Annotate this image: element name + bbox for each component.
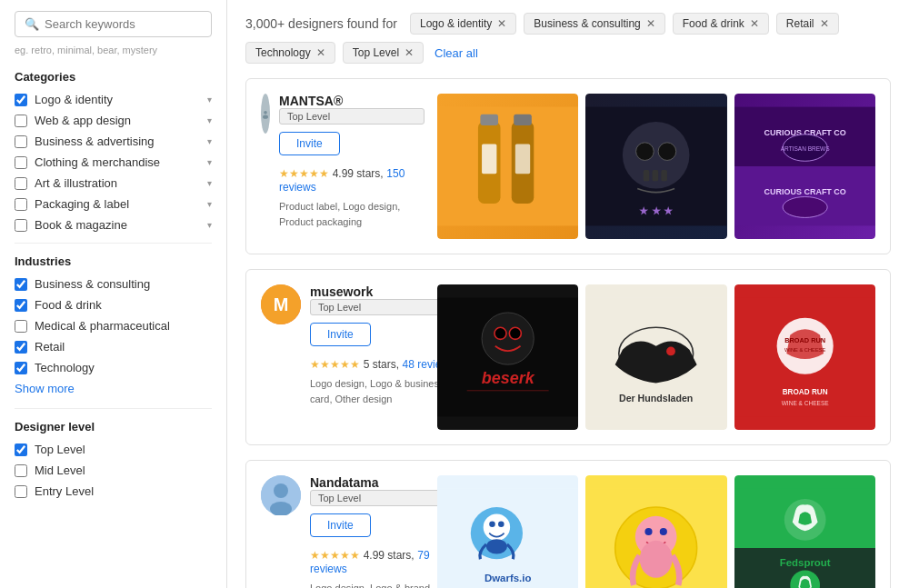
industry-medical-checkbox[interactable] bbox=[15, 320, 27, 333]
filter-tag-top-level-label: Top Level bbox=[353, 46, 399, 59]
category-business-advertising-label: Business & advertising bbox=[35, 135, 155, 148]
svg-point-28 bbox=[482, 313, 534, 364]
show-more-button[interactable]: Show more bbox=[15, 382, 212, 395]
chevron-down-icon: ▾ bbox=[207, 199, 212, 209]
portfolio-nandatama: Dwarfs.io Growing Big By Thinking The Sm… bbox=[437, 475, 875, 588]
close-icon[interactable]: ✕ bbox=[646, 17, 655, 30]
invite-button-musework[interactable]: Invite bbox=[310, 323, 371, 346]
invite-button-nandatama[interactable]: Invite bbox=[310, 513, 371, 537]
level-badge-musework: Top Level bbox=[310, 299, 455, 315]
category-web-app-label: Web & app design bbox=[35, 114, 131, 127]
svg-rect-14 bbox=[644, 170, 650, 181]
close-icon[interactable]: ✕ bbox=[750, 17, 759, 30]
svg-text:Dwarfs.io: Dwarfs.io bbox=[484, 573, 531, 583]
svg-point-50 bbox=[486, 539, 507, 553]
industry-retail-label: Retail bbox=[35, 340, 65, 354]
designer-tags-mantsa: Product label, Logo design, Product pack… bbox=[279, 199, 425, 229]
level-top[interactable]: Top Level bbox=[15, 443, 212, 456]
svg-point-58 bbox=[640, 541, 673, 578]
filter-tag-business-consulting-label: Business & consulting bbox=[534, 17, 640, 30]
category-business-advertising[interactable]: Business & advertising ▾ bbox=[15, 135, 212, 148]
industry-food-drink-checkbox[interactable] bbox=[15, 299, 27, 312]
level-top-checkbox[interactable] bbox=[15, 443, 27, 456]
filter-tag-technology[interactable]: Technology ✕ bbox=[245, 42, 335, 64]
clear-all-button[interactable]: Clear all bbox=[435, 46, 478, 60]
category-art[interactable]: Art & illustration ▾ bbox=[15, 176, 212, 190]
designer-card-musework: M musework Top Level Invite ★★★★★ 5 star… bbox=[245, 269, 891, 445]
category-book-checkbox[interactable] bbox=[15, 219, 27, 232]
sidebar: 🔍 eg. retro, minimal, bear, mystery Cate… bbox=[0, 0, 227, 588]
category-logo-identity-checkbox[interactable] bbox=[15, 94, 27, 106]
filter-tag-logo-identity[interactable]: Logo & identity ✕ bbox=[410, 13, 516, 35]
level-mid[interactable]: Mid Level bbox=[15, 463, 212, 477]
industry-technology[interactable]: Technology bbox=[15, 361, 212, 374]
svg-text:M: M bbox=[274, 294, 289, 314]
category-web-app[interactable]: Web & app design ▾ bbox=[15, 114, 212, 127]
filter-tag-food-drink[interactable]: Food & drink ✕ bbox=[673, 13, 769, 35]
industry-food-drink[interactable]: Food & drink bbox=[15, 298, 212, 312]
portfolio-img-nandatama-3: Fedsprout bbox=[734, 475, 875, 588]
category-clothing[interactable]: Clothing & merchandise ▾ bbox=[15, 155, 212, 169]
designer-tags-nandatama: Logo design, Logo & brand identity pack,… bbox=[310, 581, 455, 588]
category-packaging-checkbox[interactable] bbox=[15, 198, 27, 211]
industry-medical[interactable]: Medical & pharmaceutical bbox=[15, 319, 212, 333]
svg-point-1 bbox=[264, 111, 267, 115]
filter-tag-retail[interactable]: Retail ✕ bbox=[776, 13, 839, 35]
category-web-app-checkbox[interactable] bbox=[15, 115, 27, 127]
search-box: 🔍 bbox=[15, 11, 212, 37]
chevron-down-icon: ▾ bbox=[207, 115, 212, 125]
filter-tag-top-level[interactable]: Top Level ✕ bbox=[343, 42, 424, 64]
stars-nandatama: ★★★★★ bbox=[310, 549, 360, 562]
category-packaging-label: Packaging & label bbox=[35, 197, 129, 211]
results-count: 3,000+ designers found for bbox=[245, 16, 397, 31]
invite-button-mantsa[interactable]: Invite bbox=[279, 132, 340, 155]
industry-technology-checkbox[interactable] bbox=[15, 362, 27, 374]
category-art-checkbox[interactable] bbox=[15, 177, 27, 190]
level-entry-checkbox[interactable] bbox=[15, 485, 27, 498]
designer-name-mantsa: MANTSA® bbox=[279, 94, 425, 108]
portfolio-img-mantsa-1 bbox=[437, 94, 578, 239]
svg-point-29 bbox=[494, 327, 506, 339]
categories-title: Categories bbox=[15, 70, 212, 84]
chevron-down-icon: ▾ bbox=[207, 178, 212, 188]
svg-rect-15 bbox=[653, 170, 659, 181]
filter-tag-business-consulting[interactable]: Business & consulting ✕ bbox=[524, 13, 664, 35]
category-packaging[interactable]: Packaging & label ▾ bbox=[15, 197, 212, 211]
designer-tags-musework: Logo design, Logo & business card, Other… bbox=[310, 376, 455, 406]
industry-business-consulting[interactable]: Business & consulting bbox=[15, 277, 212, 291]
search-input[interactable] bbox=[45, 17, 202, 31]
industries-title: Industries bbox=[15, 254, 212, 268]
chevron-down-icon: ▾ bbox=[207, 136, 212, 146]
level-badge-mantsa: Top Level bbox=[279, 108, 425, 125]
close-icon[interactable]: ✕ bbox=[405, 46, 414, 59]
svg-point-2 bbox=[263, 115, 268, 119]
level-entry[interactable]: Entry Level bbox=[15, 484, 212, 498]
filter-tag-logo-identity-label: Logo & identity bbox=[420, 17, 492, 30]
industry-retail[interactable]: Retail bbox=[15, 340, 212, 354]
svg-point-24 bbox=[783, 197, 827, 218]
close-icon[interactable]: ✕ bbox=[820, 17, 829, 30]
svg-rect-16 bbox=[662, 170, 668, 181]
level-mid-checkbox[interactable] bbox=[15, 464, 27, 477]
svg-point-48 bbox=[489, 522, 495, 528]
industry-business-consulting-checkbox[interactable] bbox=[15, 278, 27, 291]
category-book[interactable]: Book & magazine ▾ bbox=[15, 218, 212, 232]
industry-business-consulting-label: Business & consulting bbox=[35, 277, 150, 291]
svg-point-13 bbox=[658, 143, 676, 161]
category-logo-identity[interactable]: Logo & identity ▾ bbox=[15, 93, 212, 106]
level-mid-label: Mid Level bbox=[35, 463, 85, 477]
category-business-advertising-checkbox[interactable] bbox=[15, 135, 27, 148]
designer-name-nandatama: Nandatama bbox=[310, 475, 455, 490]
portfolio-musework: beserk Der Hundsladen bbox=[437, 284, 875, 430]
close-icon[interactable]: ✕ bbox=[497, 17, 506, 30]
category-clothing-checkbox[interactable] bbox=[15, 156, 27, 169]
avatar-nandatama bbox=[261, 475, 301, 515]
svg-text:WINE & CHEESE: WINE & CHEESE bbox=[781, 400, 829, 406]
designer-name-musework: musework bbox=[310, 284, 455, 299]
industry-retail-checkbox[interactable] bbox=[15, 341, 27, 354]
svg-rect-6 bbox=[480, 115, 498, 125]
svg-text:BROAD RUN: BROAD RUN bbox=[782, 388, 827, 396]
close-icon[interactable]: ✕ bbox=[316, 46, 325, 59]
stars-musework: ★★★★★ bbox=[310, 358, 360, 371]
level-top-label: Top Level bbox=[35, 443, 85, 456]
